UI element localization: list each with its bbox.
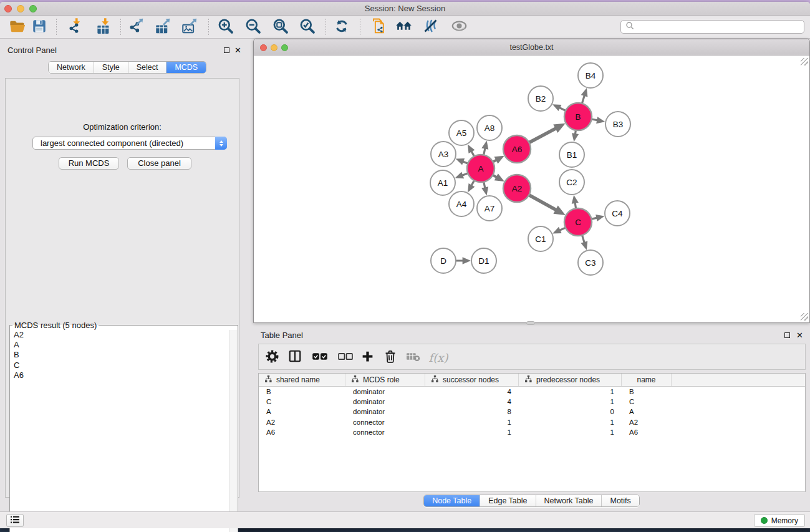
show-columns-button[interactable] xyxy=(284,347,306,368)
select-all-rows-button[interactable] xyxy=(309,347,330,368)
table-cell[interactable]: 4 xyxy=(425,398,519,405)
export-network-button[interactable] xyxy=(125,17,147,37)
column-header-successor-nodes[interactable]: successor nodes xyxy=(425,374,519,386)
float-panel-icon[interactable] xyxy=(224,47,229,53)
graph-node-A6[interactable]: A6 xyxy=(503,135,531,163)
graph-node-A5[interactable]: A5 xyxy=(449,120,474,145)
mcds-result-list[interactable]: A2ABCA6 xyxy=(11,330,229,532)
graph-node-B[interactable]: B xyxy=(564,103,592,130)
table-cell[interactable]: 1 xyxy=(519,418,622,426)
create-column-button[interactable] xyxy=(357,347,378,368)
show-birdseye-view-button[interactable] xyxy=(448,17,470,37)
resize-grip-top-icon[interactable] xyxy=(801,58,808,65)
column-header-name[interactable]: name xyxy=(622,374,672,386)
criterion-dropdown[interactable]: largest connected component (directed) xyxy=(32,137,227,150)
graph-node-A2[interactable]: A2 xyxy=(503,175,531,202)
open-cybrowser-button[interactable] xyxy=(392,17,415,37)
save-session-button[interactable] xyxy=(28,17,51,37)
table-cell[interactable]: 1 xyxy=(425,418,519,426)
open-session-button[interactable] xyxy=(6,17,29,37)
delete-column-button[interactable] xyxy=(380,347,401,368)
graph-node-A8[interactable]: A8 xyxy=(477,115,502,140)
table-cell[interactable]: 8 xyxy=(425,408,519,415)
graph-node-D1[interactable]: D1 xyxy=(471,248,496,273)
graph-node-C4[interactable]: C4 xyxy=(605,201,630,226)
mcds-result-item[interactable]: B xyxy=(11,350,229,360)
graph-node-A1[interactable]: A1 xyxy=(430,170,455,195)
table-close-panel-icon[interactable]: ✕ xyxy=(796,332,803,339)
graph-node-B4[interactable]: B4 xyxy=(578,63,603,88)
zoom-fit-button[interactable] xyxy=(269,17,291,37)
graph-node-A[interactable]: A xyxy=(467,155,494,182)
table-row[interactable]: A2connector11A2 xyxy=(259,417,805,427)
table-cell[interactable]: 1 xyxy=(519,398,622,405)
table-mode-gear-button[interactable] xyxy=(261,347,282,368)
mcds-result-item[interactable]: A6 xyxy=(11,370,229,380)
table-cell[interactable]: connector xyxy=(345,428,425,436)
table-cell[interactable]: C xyxy=(259,398,345,405)
table-cell[interactable]: 1 xyxy=(519,428,622,436)
zoom-in-button[interactable] xyxy=(214,17,236,37)
toggle-graphics-details-button[interactable] xyxy=(419,17,441,37)
table-cell[interactable]: A xyxy=(622,408,672,415)
table-cell[interactable]: A2 xyxy=(259,418,345,426)
resize-grip-bottom-icon[interactable] xyxy=(801,313,808,321)
table-cell[interactable]: dominator xyxy=(345,388,425,395)
table-cell[interactable]: dominator xyxy=(345,398,425,405)
zoom-out-button[interactable] xyxy=(241,17,264,37)
tab-node-table[interactable]: Node Table xyxy=(424,495,480,506)
graph-node-B3[interactable]: B3 xyxy=(605,112,630,137)
status-console-button[interactable] xyxy=(6,514,24,527)
refresh-button[interactable] xyxy=(330,17,353,37)
mcds-result-item[interactable]: C xyxy=(11,360,229,370)
tab-style[interactable]: Style xyxy=(94,62,128,73)
graph-node-C2[interactable]: C2 xyxy=(559,170,584,195)
tab-select[interactable]: Select xyxy=(128,62,167,73)
mcds-result-item[interactable]: A xyxy=(11,340,229,350)
result-scrollbar[interactable] xyxy=(229,330,237,532)
tab-network-table[interactable]: Network Table xyxy=(536,495,602,506)
graph-node-A7[interactable]: A7 xyxy=(477,196,502,221)
table-cell[interactable]: B xyxy=(622,388,672,395)
table-cell[interactable]: 1 xyxy=(519,388,622,395)
tab-network[interactable]: Network xyxy=(49,62,94,73)
close-panel-button[interactable]: Close panel xyxy=(127,157,191,170)
graph-node-C3[interactable]: C3 xyxy=(578,250,603,275)
column-header-MCDS-role[interactable]: MCDS role xyxy=(345,374,425,386)
tab-edge-table[interactable]: Edge Table xyxy=(480,495,536,506)
network-window-titlebar[interactable]: testGlobe.txt xyxy=(254,39,809,56)
import-network-button[interactable] xyxy=(64,17,86,37)
graph-node-A4[interactable]: A4 xyxy=(449,191,474,216)
graph-node-D[interactable]: D xyxy=(431,248,456,273)
graph-node-C[interactable]: C xyxy=(564,208,592,236)
table-cell[interactable]: 4 xyxy=(425,388,519,395)
graph-node-C1[interactable]: C1 xyxy=(528,226,553,251)
search-field[interactable] xyxy=(620,20,804,34)
table-cell[interactable]: 1 xyxy=(425,428,519,436)
table-cell[interactable]: connector xyxy=(345,418,425,426)
table-row[interactable]: Adominator80A xyxy=(259,407,805,417)
table-cell[interactable]: A xyxy=(259,408,345,415)
table-row[interactable]: A6connector11A6 xyxy=(259,427,805,437)
table-cell[interactable]: A6 xyxy=(259,428,345,436)
export-image-button[interactable] xyxy=(178,17,201,37)
graph-node-A3[interactable]: A3 xyxy=(431,142,456,167)
zoom-selected-button[interactable] xyxy=(296,17,318,37)
app-titlebar[interactable]: Session: New Session xyxy=(0,2,810,16)
column-header-shared-name[interactable]: shared name xyxy=(259,374,345,386)
table-float-panel-icon[interactable] xyxy=(784,332,790,338)
tab-mcds[interactable]: MCDS xyxy=(166,62,206,73)
table-cell[interactable]: C xyxy=(622,398,672,405)
tab-motifs[interactable]: Motifs xyxy=(602,495,639,506)
new-network-from-selection-button[interactable] xyxy=(367,17,390,37)
network-canvas[interactable]: B4B2BB3A8A5A6B1A3AA1C2A2A4A7C4CC1C3DD1 xyxy=(254,56,809,322)
table-cell[interactable]: 0 xyxy=(519,408,622,415)
mcds-result-item[interactable]: A2 xyxy=(11,330,229,340)
column-header-predecessor-nodes[interactable]: predecessor nodes xyxy=(519,374,622,386)
graph-node-B2[interactable]: B2 xyxy=(528,86,553,111)
memory-button[interactable]: Memory xyxy=(754,514,805,527)
table-cell[interactable]: B xyxy=(259,388,345,395)
graph-node-B1[interactable]: B1 xyxy=(559,142,584,167)
table-cell[interactable]: A6 xyxy=(622,428,672,436)
table-cell[interactable]: A2 xyxy=(622,418,672,426)
